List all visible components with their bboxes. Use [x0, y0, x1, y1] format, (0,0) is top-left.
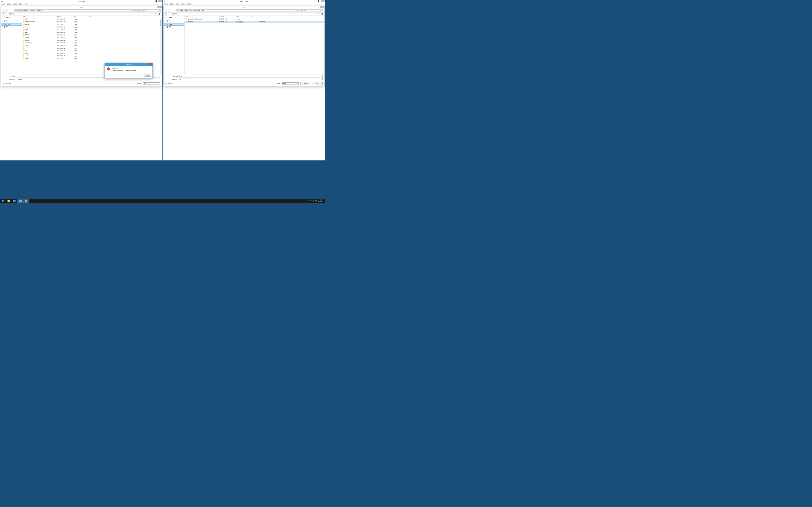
recent-locations[interactable]: ▾ — [170, 9, 173, 12]
taskbar-app1[interactable] — [12, 199, 18, 203]
table-row[interactable]: catroot22023/9/23 14:21文件夹 — [22, 39, 162, 42]
expand-icon[interactable]: ▷ — [2, 24, 3, 25]
error-ok-button[interactable]: 确定 — [144, 74, 151, 77]
menu-item[interactable]: 格式(O) — [12, 3, 17, 5]
search-box[interactable]: 🔍 — [300, 9, 323, 12]
breadcrumb-item[interactable]: 桌面 — [201, 10, 204, 11]
table-row[interactable]: config2023/9/23 14:21文件夹 — [22, 47, 162, 49]
col-name[interactable]: 名称 — [185, 16, 218, 17]
expand-icon[interactable]: ▷ — [165, 17, 166, 18]
breadcrumb-item[interactable]: 计算机 — [180, 10, 184, 11]
show-desktop[interactable] — [324, 199, 325, 203]
table-row[interactable]: AppLocker2012/7/26 16:13文件夹 — [22, 23, 162, 26]
cancel-button[interactable]: 取消 — [312, 82, 323, 85]
scroll-up[interactable]: ▲ — [160, 18, 162, 19]
taskbar-ie[interactable] — [0, 199, 6, 203]
close-button[interactable] — [321, 0, 325, 2]
chevron-down-icon[interactable]: ▾ — [159, 78, 159, 80]
scroll-thumb[interactable] — [160, 20, 161, 26]
col-date[interactable]: 修改日期 — [56, 16, 73, 17]
menu-item[interactable]: 文件(F) — [1, 3, 6, 5]
error-close-button[interactable] — [148, 63, 152, 65]
table-row[interactable]: de-DE2012/7/26 16:13文件夹 — [22, 55, 162, 57]
menu-item[interactable]: 帮助(H) — [186, 3, 192, 5]
up-button[interactable]: ↑ — [173, 10, 176, 12]
breadcrumb-item[interactable]: 计算机 — [17, 10, 21, 11]
view-button[interactable]: ☷ ▾ — [155, 13, 157, 14]
table-row[interactable]: bg-BG2012/7/26 16:13文件夹 — [22, 29, 162, 31]
menu-item[interactable]: 编辑(E) — [6, 3, 12, 5]
menu-item[interactable]: 编辑(E) — [169, 3, 174, 5]
search-box[interactable]: 🔍 — [138, 9, 161, 12]
table-row[interactable]: da-DK2012/7/26 16:13文件夹 — [22, 52, 162, 55]
saveas-titlebar[interactable]: 另存为 — [1, 6, 162, 9]
save-button[interactable]: 保存(S) — [300, 82, 311, 85]
table-row[interactable]: Com2012/7/26 19:30文件夹 — [22, 44, 162, 47]
chevron-down-icon[interactable]: ▾ — [298, 83, 299, 84]
new-folder-button[interactable]: 新建文件夹 — [171, 13, 177, 14]
col-name[interactable]: 名称 — [22, 16, 56, 17]
tray-volume-icon[interactable]: 🔊 — [312, 200, 314, 202]
table-row[interactable]: cs-CZ2012/7/26 16:13文件夹 — [22, 50, 162, 52]
encoding-combo[interactable]: ANSI▾ — [283, 82, 299, 85]
table-row[interactable]: Bthprops2012/7/26 16:13文件夹 — [22, 34, 162, 36]
clock[interactable]: 14:50 2023/9/23 — [318, 200, 323, 202]
tray-up-icon[interactable]: ▴ — [305, 200, 306, 202]
breadcrumb-item[interactable]: Windows — [30, 10, 36, 11]
hide-folders-link[interactable]: 隐藏文件夹 — [3, 82, 11, 84]
taskbar-app2[interactable] — [23, 199, 29, 203]
savetype-combo[interactable]: 件▾ — [180, 78, 322, 80]
minimize-button[interactable] — [150, 0, 154, 2]
back-button[interactable]: ← — [2, 9, 4, 12]
back-button[interactable]: ← — [165, 9, 167, 12]
maximize-button[interactable] — [154, 0, 158, 2]
saveas-close-button[interactable] — [157, 6, 162, 8]
recent-locations[interactable]: ▾ — [8, 9, 10, 12]
expand-icon[interactable]: ▷ — [2, 20, 3, 21]
filename-input[interactable]: e.dll▾ — [180, 75, 322, 77]
menu-item[interactable]: 文件(F) — [163, 3, 169, 5]
breadcrumb[interactable]: › 计算机›本地磁盘 (C:)›Windows›System32›▾⟳ — [14, 9, 137, 12]
col-date[interactable]: 修改日期 — [218, 16, 236, 17]
maximize-button[interactable] — [317, 0, 321, 2]
expand-icon[interactable]: ▷ — [165, 24, 166, 25]
expand-icon[interactable]: ▷ — [2, 26, 3, 27]
encoding-combo[interactable]: ANSI▾ — [143, 82, 160, 85]
sidebar-item[interactable]: ▷计算机 — [164, 23, 185, 25]
table-row[interactable]: ieframe.dll2023/9/21 8:28应用程序扩展220,363 K… — [185, 21, 324, 23]
up-button[interactable]: ↑ — [11, 10, 13, 12]
chevron-down-icon[interactable]: ▾ — [322, 75, 322, 77]
breadcrumb-item[interactable]: Admin — [197, 10, 201, 11]
table-row[interactable]: catroot2012/7/26 15:22文件夹 — [22, 36, 162, 39]
scrollbar[interactable]: ▲ ▼ — [160, 18, 162, 74]
breadcrumb-item[interactable]: 用户 — [193, 10, 196, 11]
close-button[interactable] — [158, 0, 162, 2]
forward-button[interactable]: → — [5, 9, 7, 12]
search-input[interactable] — [138, 10, 158, 11]
saveas-titlebar[interactable]: 另存为 — [164, 6, 324, 9]
search-input[interactable] — [301, 10, 321, 11]
titlebar-right[interactable]: 无标题 - 记事本 — [163, 0, 325, 3]
taskbar-notepad[interactable] — [17, 199, 23, 203]
sidebar-item[interactable]: ▷网络 — [1, 25, 22, 28]
col-size[interactable]: 大小 — [250, 16, 265, 17]
refresh-button[interactable]: ⟳ — [134, 10, 136, 11]
error-titlebar[interactable]: 位置不可用 — [105, 63, 153, 66]
breadcrumb-dropdown[interactable]: ▾ — [132, 10, 134, 11]
savetype-combo[interactable]: 所有文件▾ — [17, 78, 160, 80]
forward-button[interactable]: → — [168, 9, 170, 12]
new-folder-button[interactable]: 新建文件夹 — [9, 13, 14, 14]
menu-item[interactable]: 查看(V) — [181, 3, 186, 5]
expand-icon[interactable]: ▷ — [165, 20, 166, 21]
tray-keyboard-icon[interactable]: ⌨ — [315, 200, 317, 202]
expand-icon[interactable]: ▷ — [2, 17, 3, 18]
scroll-down[interactable]: ▼ — [160, 72, 162, 74]
col-type[interactable]: 类型 — [73, 16, 88, 17]
titlebar-left[interactable]: 无标题 - 记事本 — [0, 0, 162, 3]
organize-button[interactable]: 组织 — [165, 13, 167, 14]
table-row[interactable]: AdvancedInstallers2012/7/26 16:13文件夹 — [22, 21, 162, 23]
table-row[interactable]: 04092012/7/26 19:30文件夹 — [22, 18, 162, 20]
sidebar-item[interactable]: ▷网络 — [164, 25, 185, 28]
refresh-button[interactable]: ⟳ — [296, 10, 299, 11]
menu-item[interactable]: 格式(O) — [174, 3, 180, 5]
